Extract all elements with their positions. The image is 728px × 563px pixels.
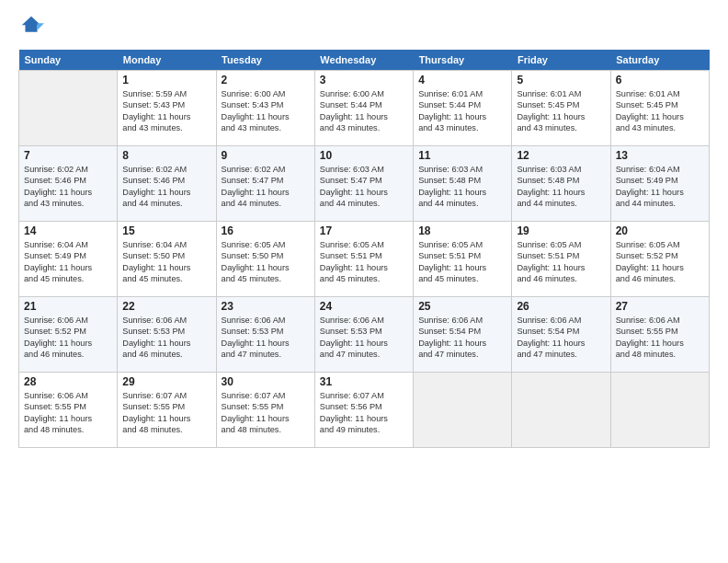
day-info: Sunrise: 6:07 AMSunset: 5:55 PMDaylight:… — [222, 390, 310, 436]
day-number: 7 — [24, 149, 112, 162]
day-info: Sunrise: 6:07 AMSunset: 5:56 PMDaylight:… — [320, 390, 408, 436]
calendar-cell: 17Sunrise: 6:05 AMSunset: 5:51 PMDayligh… — [314, 222, 413, 297]
day-number: 31 — [320, 375, 408, 388]
calendar-week-row: 28Sunrise: 6:06 AMSunset: 5:55 PMDayligh… — [19, 373, 710, 448]
calendar-cell: 30Sunrise: 6:07 AMSunset: 5:55 PMDayligh… — [216, 373, 314, 448]
calendar-cell: 7Sunrise: 6:02 AMSunset: 5:46 PMDaylight… — [19, 146, 118, 222]
day-number: 15 — [122, 224, 210, 237]
day-info: Sunrise: 6:01 AMSunset: 5:45 PMDaylight:… — [517, 88, 605, 134]
day-info: Sunrise: 6:06 AMSunset: 5:53 PMDaylight:… — [222, 315, 310, 361]
calendar-cell: 25Sunrise: 6:06 AMSunset: 5:54 PMDayligh… — [414, 297, 512, 373]
day-number: 19 — [517, 224, 605, 237]
day-info: Sunrise: 6:01 AMSunset: 5:45 PMDaylight:… — [616, 88, 704, 134]
calendar-cell: 28Sunrise: 6:06 AMSunset: 5:55 PMDayligh… — [19, 373, 118, 448]
day-number: 16 — [222, 224, 310, 237]
calendar-cell: 1Sunrise: 5:59 AMSunset: 5:43 PMDaylight… — [118, 71, 216, 146]
day-info: Sunrise: 6:01 AMSunset: 5:44 PMDaylight:… — [418, 88, 506, 134]
calendar-cell — [19, 71, 118, 146]
day-number: 5 — [517, 74, 605, 86]
day-number: 23 — [222, 300, 310, 313]
day-number: 14 — [24, 224, 112, 237]
day-info: Sunrise: 6:06 AMSunset: 5:55 PMDaylight:… — [24, 390, 112, 436]
page: SundayMondayTuesdayWednesdayThursdayFrid… — [0, 0, 728, 563]
calendar-cell: 14Sunrise: 6:04 AMSunset: 5:49 PMDayligh… — [19, 222, 118, 297]
day-info: Sunrise: 6:06 AMSunset: 5:55 PMDaylight:… — [616, 315, 704, 361]
day-info: Sunrise: 6:00 AMSunset: 5:44 PMDaylight:… — [320, 88, 408, 134]
calendar-cell: 11Sunrise: 6:03 AMSunset: 5:48 PMDayligh… — [414, 146, 512, 222]
day-number: 6 — [616, 74, 704, 86]
day-number: 26 — [517, 300, 605, 313]
day-info: Sunrise: 6:06 AMSunset: 5:53 PMDaylight:… — [320, 315, 408, 361]
day-number: 25 — [418, 300, 506, 313]
day-info: Sunrise: 6:03 AMSunset: 5:48 PMDaylight:… — [517, 164, 605, 210]
day-info: Sunrise: 5:59 AMSunset: 5:43 PMDaylight:… — [122, 88, 210, 134]
weekday-header: Thursday — [414, 50, 512, 71]
day-number: 22 — [122, 300, 210, 313]
calendar-cell — [610, 373, 709, 448]
calendar-cell: 27Sunrise: 6:06 AMSunset: 5:55 PMDayligh… — [610, 297, 709, 373]
calendar-cell — [414, 373, 512, 448]
calendar-cell: 22Sunrise: 6:06 AMSunset: 5:53 PMDayligh… — [118, 297, 216, 373]
day-number: 12 — [517, 149, 605, 162]
day-number: 17 — [320, 224, 408, 237]
calendar-cell: 12Sunrise: 6:03 AMSunset: 5:48 PMDayligh… — [512, 146, 610, 222]
day-info: Sunrise: 6:05 AMSunset: 5:50 PMDaylight:… — [222, 239, 310, 285]
calendar-cell: 8Sunrise: 6:02 AMSunset: 5:46 PMDaylight… — [118, 146, 216, 222]
weekday-header: Wednesday — [314, 50, 413, 71]
day-number: 27 — [616, 300, 704, 313]
calendar-cell: 23Sunrise: 6:06 AMSunset: 5:53 PMDayligh… — [216, 297, 314, 373]
weekday-header: Saturday — [610, 50, 709, 71]
day-info: Sunrise: 6:04 AMSunset: 5:49 PMDaylight:… — [616, 164, 704, 210]
day-info: Sunrise: 6:06 AMSunset: 5:52 PMDaylight:… — [24, 315, 112, 361]
day-info: Sunrise: 6:05 AMSunset: 5:51 PMDaylight:… — [517, 239, 605, 285]
day-number: 4 — [418, 74, 506, 86]
calendar-week-row: 14Sunrise: 6:04 AMSunset: 5:49 PMDayligh… — [19, 222, 710, 297]
day-number: 3 — [320, 74, 408, 86]
calendar-cell: 26Sunrise: 6:06 AMSunset: 5:54 PMDayligh… — [512, 297, 610, 373]
day-number: 2 — [222, 74, 310, 86]
day-number: 10 — [320, 149, 408, 162]
calendar-cell: 2Sunrise: 6:00 AMSunset: 5:43 PMDaylight… — [216, 71, 314, 146]
day-number: 8 — [122, 149, 210, 162]
calendar-cell: 31Sunrise: 6:07 AMSunset: 5:56 PMDayligh… — [314, 373, 413, 448]
day-number: 21 — [24, 300, 112, 313]
calendar-cell: 18Sunrise: 6:05 AMSunset: 5:51 PMDayligh… — [414, 222, 512, 297]
calendar-cell: 20Sunrise: 6:05 AMSunset: 5:52 PMDayligh… — [610, 222, 709, 297]
calendar-cell: 19Sunrise: 6:05 AMSunset: 5:51 PMDayligh… — [512, 222, 610, 297]
day-info: Sunrise: 6:00 AMSunset: 5:43 PMDaylight:… — [222, 88, 310, 134]
day-info: Sunrise: 6:02 AMSunset: 5:46 PMDaylight:… — [24, 164, 112, 210]
day-info: Sunrise: 6:06 AMSunset: 5:54 PMDaylight:… — [418, 315, 506, 361]
day-info: Sunrise: 6:07 AMSunset: 5:55 PMDaylight:… — [122, 390, 210, 436]
calendar-cell: 16Sunrise: 6:05 AMSunset: 5:50 PMDayligh… — [216, 222, 314, 297]
day-number: 11 — [418, 149, 506, 162]
day-number: 24 — [320, 300, 408, 313]
calendar-cell: 10Sunrise: 6:03 AMSunset: 5:47 PMDayligh… — [314, 146, 413, 222]
calendar-table: SundayMondayTuesdayWednesdayThursdayFrid… — [18, 50, 710, 448]
calendar-cell: 15Sunrise: 6:04 AMSunset: 5:50 PMDayligh… — [118, 222, 216, 297]
calendar-cell: 13Sunrise: 6:04 AMSunset: 5:49 PMDayligh… — [610, 146, 709, 222]
day-number: 28 — [24, 375, 112, 388]
day-number: 20 — [616, 224, 704, 237]
day-info: Sunrise: 6:05 AMSunset: 5:52 PMDaylight:… — [616, 239, 704, 285]
day-info: Sunrise: 6:06 AMSunset: 5:53 PMDaylight:… — [122, 315, 210, 361]
calendar-cell: 6Sunrise: 6:01 AMSunset: 5:45 PMDaylight… — [610, 71, 709, 146]
calendar-week-row: 1Sunrise: 5:59 AMSunset: 5:43 PMDaylight… — [19, 71, 710, 146]
day-info: Sunrise: 6:02 AMSunset: 5:46 PMDaylight:… — [122, 164, 210, 210]
svg-marker-1 — [38, 23, 44, 29]
day-number: 29 — [122, 375, 210, 388]
header-row: SundayMondayTuesdayWednesdayThursdayFrid… — [19, 50, 710, 71]
calendar-cell: 4Sunrise: 6:01 AMSunset: 5:44 PMDaylight… — [414, 71, 512, 146]
day-number: 30 — [222, 375, 310, 388]
calendar-cell: 24Sunrise: 6:06 AMSunset: 5:53 PMDayligh… — [314, 297, 413, 373]
calendar-cell — [512, 373, 610, 448]
day-number: 1 — [122, 74, 210, 86]
day-info: Sunrise: 6:05 AMSunset: 5:51 PMDaylight:… — [418, 239, 506, 285]
weekday-header: Friday — [512, 50, 610, 71]
calendar-cell: 29Sunrise: 6:07 AMSunset: 5:55 PMDayligh… — [118, 373, 216, 448]
day-info: Sunrise: 6:03 AMSunset: 5:48 PMDaylight:… — [418, 164, 506, 210]
calendar-body: 1Sunrise: 5:59 AMSunset: 5:43 PMDaylight… — [19, 71, 710, 448]
day-info: Sunrise: 6:02 AMSunset: 5:47 PMDaylight:… — [222, 164, 310, 210]
calendar-cell: 21Sunrise: 6:06 AMSunset: 5:52 PMDayligh… — [19, 297, 118, 373]
logo-icon — [18, 15, 44, 40]
day-number: 18 — [418, 224, 506, 237]
